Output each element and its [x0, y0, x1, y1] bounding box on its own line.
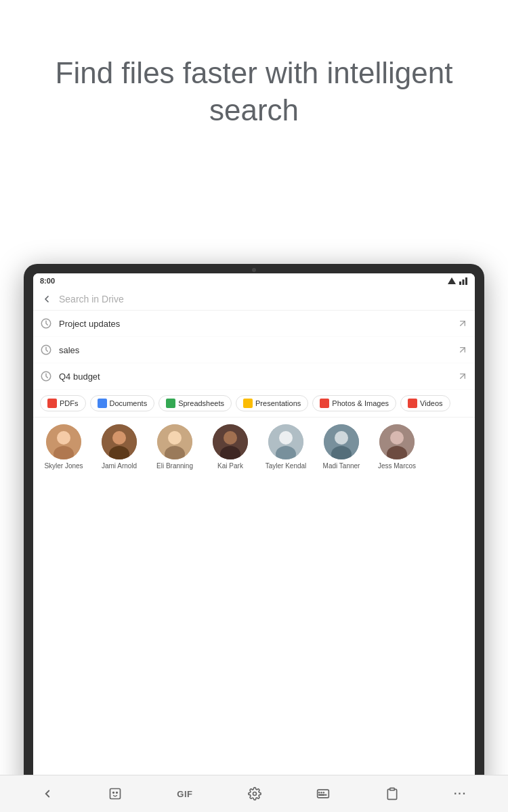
filter-chips-row: PDFs Documents Spreadsheets Presentation…	[33, 390, 475, 418]
name-jami: Jami Arnold	[102, 462, 137, 470]
emoji-button[interactable]	[103, 782, 127, 806]
hero-title: Find files faster with intelligent searc…	[41, 54, 467, 129]
name-jess: Jess Marcos	[378, 462, 416, 470]
avatar-skyler	[46, 424, 81, 459]
clock-icon-2	[40, 344, 52, 356]
name-eli: Eli Branning	[156, 462, 193, 470]
keyboard-switch-button[interactable]	[311, 782, 335, 806]
svg-rect-2	[463, 279, 465, 285]
name-skyler: Skyler Jones	[44, 462, 83, 470]
avatar-madi	[324, 424, 359, 459]
svg-line-9	[461, 374, 465, 379]
screen-spacer	[33, 476, 475, 789]
svg-rect-31	[110, 789, 121, 799]
sheet-chip-label: Spreadsheets	[178, 399, 224, 407]
filter-chip-videos[interactable]: Videos	[400, 395, 450, 411]
avatar-eli	[157, 424, 192, 459]
svg-line-5	[461, 321, 465, 326]
person-tayler[interactable]: Tayler Kendal	[262, 424, 310, 470]
svg-marker-0	[448, 277, 456, 284]
clipboard-button[interactable]	[380, 782, 404, 806]
pdf-chip-icon	[47, 399, 57, 408]
settings-button[interactable]	[242, 782, 267, 806]
arrow-icon-1	[457, 318, 468, 329]
avatar-kai	[213, 424, 248, 459]
camera-dot	[252, 268, 256, 272]
svg-rect-41	[389, 788, 394, 790]
filter-chip-slides[interactable]: Presentations	[236, 395, 308, 411]
svg-point-11	[57, 431, 70, 445]
arrow-icon-2	[457, 344, 468, 355]
avatar-jami	[102, 424, 137, 459]
filter-chip-pdfs[interactable]: PDFs	[40, 395, 86, 411]
pdf-chip-label: PDFs	[60, 399, 79, 407]
search-input[interactable]: Search in Drive	[59, 294, 468, 304]
video-chip-label: Videos	[420, 399, 442, 407]
photo-chip-icon	[320, 399, 329, 408]
name-tayler: Tayler Kendal	[266, 462, 307, 470]
svg-point-17	[168, 431, 182, 445]
filter-chip-docs[interactable]: Documents	[90, 395, 155, 411]
person-madi[interactable]: Madi Tanner	[318, 424, 365, 470]
tablet-frame: 8:00 Search in Drive	[24, 264, 484, 798]
svg-point-23	[279, 431, 293, 445]
svg-point-14	[112, 431, 126, 445]
svg-rect-1	[459, 281, 461, 285]
doc-chip-label: Documents	[110, 399, 148, 407]
svg-rect-35	[318, 790, 329, 798]
tablet-screen: 8:00 Search in Drive	[33, 273, 475, 789]
suggestions-list: Project updates sales	[33, 311, 475, 390]
keyboard-chevron-button[interactable]	[36, 782, 59, 805]
status-time: 8:00	[40, 277, 55, 285]
svg-point-20	[224, 431, 237, 445]
slide-chip-label: Presentations	[255, 399, 301, 407]
person-skyler[interactable]: Skyler Jones	[40, 424, 87, 470]
hero-section: Find files faster with intelligent searc…	[0, 0, 508, 156]
name-madi: Madi Tanner	[323, 462, 360, 470]
name-kai: Kai Park	[217, 462, 243, 470]
person-eli[interactable]: Eli Branning	[151, 424, 198, 470]
svg-point-34	[253, 792, 256, 796]
video-chip-icon	[408, 399, 417, 408]
svg-point-29	[390, 431, 404, 445]
signal-icon	[459, 277, 468, 285]
more-button[interactable]: ···	[448, 782, 472, 805]
suggestion-text-2: sales	[59, 345, 450, 355]
people-row: Skyler Jones Jami Arnold	[33, 418, 475, 476]
suggestion-text-3: Q4 budget	[59, 371, 450, 382]
photo-chip-label: Photos & Images	[332, 399, 389, 407]
sheet-chip-icon	[166, 399, 175, 408]
gif-button[interactable]: GIF	[171, 784, 198, 805]
svg-rect-3	[465, 277, 467, 285]
filter-chip-sheets[interactable]: Spreadsheets	[158, 395, 232, 411]
suggestion-item-3[interactable]: Q4 budget	[33, 363, 475, 390]
status-bar: 8:00	[33, 273, 475, 288]
back-button[interactable]	[40, 292, 54, 306]
arrow-icon-3	[457, 371, 468, 382]
suggestion-item-2[interactable]: sales	[33, 337, 475, 363]
suggestion-item-1[interactable]: Project updates	[33, 311, 475, 337]
filter-chip-photos[interactable]: Photos & Images	[312, 395, 396, 411]
clock-icon-1	[40, 317, 52, 330]
keyboard-bar: GIF ···	[0, 775, 508, 812]
clock-icon-3	[40, 370, 52, 382]
wifi-icon	[447, 277, 457, 285]
person-jess[interactable]: Jess Marcos	[373, 424, 421, 470]
avatar-jess	[379, 424, 415, 459]
slide-chip-icon	[243, 399, 253, 408]
person-kai[interactable]: Kai Park	[207, 424, 254, 470]
person-jami[interactable]: Jami Arnold	[96, 424, 143, 470]
svg-point-32	[113, 792, 114, 794]
svg-line-7	[461, 348, 465, 353]
doc-chip-icon	[98, 399, 107, 408]
svg-point-33	[117, 792, 118, 794]
avatar-tayler	[268, 424, 303, 459]
status-icons	[447, 277, 468, 285]
svg-point-26	[335, 431, 348, 445]
suggestion-text-1: Project updates	[59, 319, 450, 329]
search-bar[interactable]: Search in Drive	[33, 288, 475, 311]
